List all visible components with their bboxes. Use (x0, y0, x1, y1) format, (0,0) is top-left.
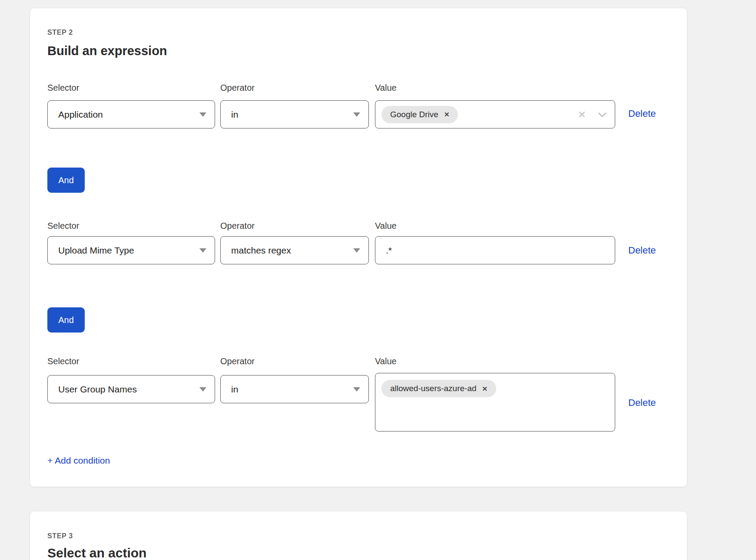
select-action-title: Select an action (47, 546, 146, 560)
add-condition-link[interactable]: + Add condition (47, 455, 110, 466)
caret-down-icon (199, 387, 206, 392)
caret-down-icon (199, 112, 206, 117)
delete-row2-link[interactable]: Delete (628, 245, 656, 256)
value-input-row2[interactable] (375, 236, 615, 264)
operator-value-row2: matches regex (231, 245, 291, 256)
value-tag-label: allowed-users-azure-ad (390, 384, 477, 393)
operator-dropdown-row3[interactable]: in (220, 375, 369, 403)
selector-value-row2: Upload Mime Type (58, 245, 134, 256)
step2-label: STEP 2 (47, 29, 73, 36)
selector-dropdown-row1[interactable]: Application (47, 100, 215, 128)
selector-dropdown-row2[interactable]: Upload Mime Type (47, 236, 215, 264)
value-multiselect-row3[interactable]: allowed-users-azure-ad ✕ (375, 373, 615, 432)
selector-value-row1: Application (58, 109, 103, 120)
operator-label-row1: Operator (220, 83, 369, 93)
build-expression-title: Build an expression (47, 44, 167, 58)
value-tag-label: Google Drive (390, 110, 438, 119)
select-action-card: STEP 3 Select an action (30, 511, 687, 560)
delete-row1-link[interactable]: Delete (628, 108, 656, 119)
caret-down-icon (353, 387, 360, 392)
step3-label: STEP 3 (47, 532, 73, 540)
caret-down-icon (199, 248, 206, 253)
operator-dropdown-row1[interactable]: in (220, 100, 369, 128)
and-button-1[interactable]: And (47, 168, 85, 193)
selector-label-row2: Selector (47, 221, 215, 231)
value-tag: allowed-users-azure-ad ✕ (381, 380, 496, 397)
value-tag: Google Drive ✕ (381, 106, 458, 123)
selector-dropdown-row3[interactable]: User Group Names (47, 375, 215, 403)
remove-tag-icon[interactable]: ✕ (444, 111, 450, 118)
operator-label-row3: Operator (220, 356, 369, 366)
selector-label-row3: Selector (47, 356, 215, 366)
selector-label-row1: Selector (47, 83, 215, 93)
build-expression-card: STEP 2 Build an expression Selector Oper… (30, 8, 687, 487)
chevron-down-icon[interactable] (597, 109, 608, 120)
operator-value-row3: in (231, 384, 238, 395)
operator-label-row2: Operator (220, 221, 369, 231)
remove-tag-icon[interactable]: ✕ (482, 385, 488, 392)
operator-dropdown-row2[interactable]: matches regex (220, 236, 369, 264)
value-multiselect-row1[interactable]: Google Drive ✕ ✕ (375, 100, 615, 128)
value-label-row1: Value (375, 83, 615, 93)
operator-value-row1: in (231, 109, 238, 120)
caret-down-icon (353, 112, 360, 117)
clear-all-icon[interactable]: ✕ (578, 109, 586, 119)
value-label-row2: Value (375, 221, 615, 231)
and-button-2[interactable]: And (47, 307, 85, 333)
caret-down-icon (353, 248, 360, 253)
page-background: STEP 2 Build an expression Selector Oper… (0, 0, 756, 560)
value-label-row3: Value (375, 356, 615, 366)
delete-row3-link[interactable]: Delete (628, 397, 656, 408)
selector-value-row3: User Group Names (58, 384, 137, 395)
